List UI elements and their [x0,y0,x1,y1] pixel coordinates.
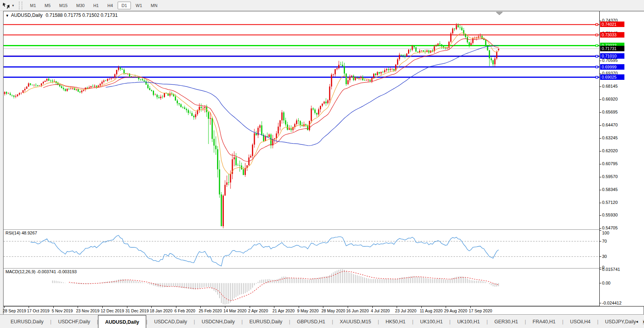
date-tick-label: 23 Nov 2019 [76,308,100,313]
price-tick-mark [600,151,601,151]
macd-tick-mark [600,303,601,303]
tab-usdcad-daily[interactable]: USDCAD,Daily [147,315,194,328]
price-tick-label: 0.68145 [602,84,618,88]
tab-scroll-left-icon[interactable]: ◂ [636,319,638,324]
tab-gbpusd-h1[interactable]: GBPUSD,H1 [290,315,332,328]
cursor-tool-caret-icon[interactable]: ▾ [10,4,16,7]
timeframe-button-m15[interactable]: M15 [55,2,71,9]
date-tick-mark [29,306,29,308]
price-tick-label: 0.54705 [602,225,618,230]
price-tick-mark [600,21,601,21]
price-tick-label: 0.57120 [602,200,618,205]
date-tick-mark [127,306,127,308]
date-tick-label: 21 Apr 2020 [272,308,295,313]
price-tick-mark [600,203,601,203]
price-tick-mark [600,87,601,87]
date-axis[interactable]: 28 Sep 201917 Oct 20195 Nov 201923 Nov 2… [4,306,644,314]
timeframe-button-m1[interactable]: M1 [26,2,40,9]
date-tick-mark [102,306,103,308]
macd-tick-label: 0.015741 [602,267,620,272]
price-tick-mark [600,164,601,164]
price-tick-label: 0.66920 [602,97,618,101]
timeframe-button-w1[interactable]: W1 [132,2,146,9]
rsi-tick-mark [600,268,601,268]
price-tick-mark [600,61,601,61]
date-tick-label: 29 Aug 2020 [444,308,467,313]
price-axis[interactable]: 0.743700.731450.719200.705950.693700.681… [599,11,644,306]
tab-eurusd-daily[interactable]: EURUSD,Daily [243,315,289,328]
date-tick-mark [78,306,78,308]
timeframe-button-h1[interactable]: H1 [89,2,103,9]
date-tick-label: 17 Oct 2019 [27,308,49,313]
price-tick-label: 0.62020 [602,148,618,153]
date-tick-label: 23 Jul 2020 [395,308,416,313]
date-tick-label: 28 Sep 2019 [3,308,26,313]
price-tick-mark [600,228,601,229]
rsi-tick-mark [600,230,601,231]
date-tick-mark [151,306,152,308]
tab-ger30-h1[interactable]: GER30,H1 [488,315,524,328]
macd-panel[interactable]: MACD(12,26,9) -0.003741 -0.003193 [4,269,599,306]
rsi-label: RSI(14) 48.9267 [5,231,37,235]
date-tick-label: 2 Apr 2020 [248,308,268,313]
date-tick-label: 4 Jul 2020 [371,308,390,313]
date-tick-label: 14 Mar 2020 [223,308,247,313]
price-tick-label: 0.60795 [602,161,618,166]
tab-hk50-h1[interactable]: HK50,H1 [379,315,412,328]
timeframe-button-group: M1M5M15M30H1H4D1W1MN [25,0,163,11]
date-tick-mark [470,306,471,308]
hline-price-label: 0.74021 [600,22,624,27]
top-toolbar: ▾ M1M5M15M30H1H4D1W1MN [0,0,644,11]
tab-usdcnh-daily[interactable]: USDCNH,Daily [195,315,241,328]
price-tick-label: 0.58345 [602,187,618,192]
tab-xauusd-m15[interactable]: XAUUSD,M15 [333,315,378,328]
price-tick-mark [600,125,601,126]
price-tick-mark [600,190,601,190]
toolbar-grip-handle[interactable] [19,2,22,9]
macd-canvas[interactable] [4,269,599,306]
chart-title: ▼AUDUSD,Daily0.71588 0.71775 0.71502 0.7… [5,13,118,18]
date-tick-label: 9 May 2020 [297,308,319,313]
date-tick-mark [348,306,348,308]
tab-audusd-daily[interactable]: AUDUSD,Daily [98,315,146,328]
hline-price-label: 0.71010 [600,53,624,59]
price-tick-mark [600,138,601,139]
date-tick-mark [4,306,5,308]
rsi-panel[interactable]: RSI(14) 48.9267 [4,230,599,268]
cursor-tool-group[interactable]: ▾ [0,0,17,11]
tab-usoil-h4[interactable]: USOil,H4 [563,315,597,328]
tab-uk100-h1[interactable]: UK100,H1 [450,315,486,328]
date-tick-mark [446,306,446,308]
tab-uk100-h1[interactable]: UK100,H1 [414,315,450,328]
tab-eurusd-daily[interactable]: EURUSD,Daily [4,315,50,328]
chart-symbol-label: AUDUSD,Daily [11,13,43,18]
date-tick-mark [200,306,201,308]
chart-ohlc-values: 0.71588 0.71775 0.71502 0.71731 [46,13,118,18]
price-tick-label: 0.63245 [602,135,618,140]
price-tick-label: 0.55930 [602,213,618,217]
date-tick-label: 28 May 2020 [321,308,345,313]
timeframe-button-m30[interactable]: M30 [73,2,89,9]
main-chart-canvas[interactable] [4,11,599,229]
tab-usdchf-daily[interactable]: USDCHF,Daily [51,315,97,328]
timeframe-button-mn[interactable]: MN [147,2,161,9]
collapse-icon[interactable]: ▼ [5,14,9,18]
timeframe-button-m5[interactable]: M5 [41,2,54,9]
price-tick-mark [600,74,601,74]
timeframe-button-h4[interactable]: H4 [103,2,117,9]
cursor-arrows-icon [2,2,10,9]
date-tick-label: 5 Nov 2019 [52,308,73,313]
tab-scroll-arrows: ◂ ▸ [636,315,644,328]
price-tick-label: 0.59570 [602,174,618,179]
timeframe-button-d1[interactable]: D1 [118,2,131,9]
tab-fra40-h1[interactable]: FRA40,H1 [526,315,562,328]
hline-price-label: 0.69025 [600,74,624,80]
hline-price-label: 0.73033 [600,32,624,38]
chart-tab-bar: EURUSD,Daily|USDCHF,Daily|AUDUSD,Daily|U… [0,314,644,328]
rsi-canvas[interactable] [4,230,599,268]
date-tick-mark [53,306,54,308]
macd-label: MACD(12,26,9) -0.003741 -0.003193 [5,269,77,274]
main-price-panel[interactable]: ▼AUDUSD,Daily0.71588 0.71775 0.71502 0.7… [4,11,599,229]
date-tick-label: 6 Feb 2020 [174,308,195,313]
date-tick-label: 17 Sep 2020 [469,308,492,313]
